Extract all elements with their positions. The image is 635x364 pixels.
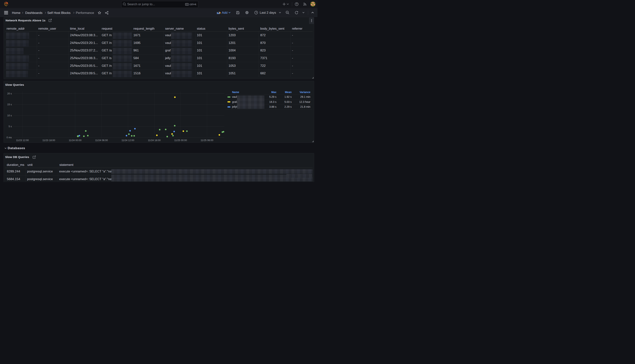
svg-text:?: ? (296, 3, 298, 6)
